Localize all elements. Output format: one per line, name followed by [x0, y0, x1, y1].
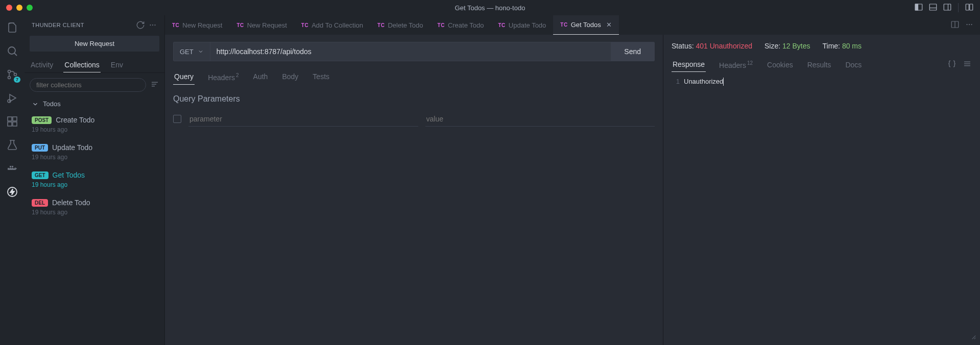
editor-tab[interactable]: TCCreate Todo: [431, 15, 491, 35]
resize-icon[interactable]: [969, 332, 977, 342]
response-body-text[interactable]: Unauthorized: [684, 78, 724, 86]
explorer-icon[interactable]: [5, 20, 19, 35]
tab-collections[interactable]: Collections: [63, 58, 100, 72]
collection-name-label: Todos: [43, 100, 61, 108]
tab-label: Add To Collection: [312, 21, 363, 29]
tc-badge-icon: TC: [438, 22, 445, 28]
close-window-icon[interactable]: [6, 5, 12, 11]
request-title: Create Todo: [56, 116, 94, 124]
panel-left-icon[interactable]: [914, 3, 923, 13]
source-control-badge: 7: [14, 77, 20, 83]
line-number: 1: [672, 78, 684, 86]
source-control-icon[interactable]: 7: [5, 67, 19, 82]
time-value: 80 ms: [842, 42, 862, 50]
tab-cookies[interactable]: Cookies: [766, 58, 794, 72]
tab-label: Get Todos: [571, 21, 601, 29]
close-icon[interactable]: ✕: [606, 21, 612, 29]
editor-tab[interactable]: TCNew Request: [229, 15, 294, 35]
activity-bar: 7: [0, 15, 25, 345]
menu-icon[interactable]: [963, 59, 972, 70]
new-request-button[interactable]: New Request: [30, 36, 159, 52]
split-editor-icon[interactable]: [950, 20, 960, 31]
request-item[interactable]: POSTCreate Todo19 hours ago: [32, 111, 164, 138]
url-input[interactable]: [210, 42, 611, 61]
filter-collections-input[interactable]: [30, 78, 146, 92]
status-label: Status:: [672, 42, 694, 50]
svg-rect-4: [944, 4, 951, 10]
thunder-client-icon[interactable]: [5, 185, 19, 199]
svg-line-9: [14, 53, 17, 56]
braces-icon[interactable]: [947, 59, 957, 70]
debug-icon[interactable]: [5, 91, 19, 105]
svg-point-35: [969, 23, 970, 24]
request-item[interactable]: DELDelete Todo19 hours ago: [32, 193, 164, 221]
request-time: 19 hours ago: [32, 126, 159, 133]
more-tab-icon[interactable]: [965, 20, 974, 31]
size-value: 12 Bytes: [782, 42, 810, 50]
status-value: 401 Unauthorized: [696, 42, 752, 50]
svg-rect-2: [929, 4, 937, 10]
collection-toggle[interactable]: Todos: [25, 97, 164, 111]
editor-tab[interactable]: TCDelete Todo: [370, 15, 431, 35]
sidebar: THUNDER CLIENT New Request Activity Coll…: [25, 15, 165, 345]
svg-rect-22: [10, 166, 11, 167]
param-checkbox[interactable]: [173, 115, 181, 123]
reload-icon[interactable]: [136, 20, 145, 30]
editor-tab[interactable]: TCGet Todos✕: [553, 15, 618, 35]
search-icon[interactable]: [5, 44, 19, 58]
tab-auth[interactable]: Auth: [252, 69, 269, 85]
panel-bottom-icon[interactable]: [928, 3, 938, 13]
request-pane: GET Send Query Headers2 Auth Body Tests …: [165, 35, 663, 345]
request-item[interactable]: PUTUpdate Todo19 hours ago: [32, 138, 164, 166]
method-select[interactable]: GET: [174, 42, 210, 61]
tab-label: Create Todo: [448, 21, 484, 29]
editor-tab[interactable]: TCUpdate Todo: [491, 15, 554, 35]
chevron-down-icon: [32, 101, 39, 108]
method-badge: POST: [32, 116, 52, 124]
svg-line-41: [974, 338, 976, 339]
size-label: Size:: [764, 42, 780, 50]
tab-tests[interactable]: Tests: [312, 69, 330, 85]
editor-tab[interactable]: TCAdd To Collection: [294, 15, 370, 35]
more-icon[interactable]: [148, 20, 157, 30]
panel-right-icon[interactable]: [943, 3, 952, 13]
svg-rect-6: [966, 4, 969, 10]
svg-rect-18: [13, 122, 17, 126]
param-value-input[interactable]: [425, 112, 655, 127]
svg-marker-25: [10, 189, 14, 195]
beaker-icon[interactable]: [5, 138, 19, 152]
window-title: Get Todos — hono-todo: [455, 4, 525, 12]
editor-tab[interactable]: TCNew Request: [165, 15, 229, 35]
tc-badge-icon: TC: [301, 22, 308, 28]
request-title: Get Todos: [53, 171, 85, 179]
response-pane: Status: 401 Unauthorized Size: 12 Bytes …: [663, 35, 980, 345]
extensions-icon[interactable]: [5, 114, 19, 129]
request-time: 19 hours ago: [32, 181, 159, 188]
minimize-window-icon[interactable]: [16, 5, 22, 11]
editor-tabs: TCNew RequestTCNew RequestTCAdd To Colle…: [165, 15, 980, 35]
tab-resp-headers[interactable]: Headers12: [718, 57, 754, 72]
param-name-input[interactable]: [188, 112, 418, 127]
menu-icon[interactable]: [150, 80, 159, 90]
send-button[interactable]: Send: [611, 42, 654, 61]
maximize-window-icon[interactable]: [27, 5, 33, 11]
tab-response[interactable]: Response: [672, 57, 706, 72]
request-time: 19 hours ago: [32, 154, 159, 161]
method-badge: DEL: [32, 199, 48, 207]
svg-rect-7: [970, 4, 973, 10]
tab-headers[interactable]: Headers2: [207, 69, 240, 85]
docker-icon[interactable]: [5, 161, 19, 176]
divider: [958, 3, 959, 12]
tab-query[interactable]: Query: [173, 69, 195, 85]
tab-docs[interactable]: Docs: [844, 58, 863, 72]
svg-point-27: [152, 24, 153, 26]
chevron-down-icon: [198, 48, 204, 55]
method-label: GET: [180, 48, 194, 56]
tab-results[interactable]: Results: [806, 58, 832, 72]
tab-body[interactable]: Body: [281, 69, 299, 85]
tab-env[interactable]: Env: [110, 58, 124, 72]
layout-icon[interactable]: [965, 3, 974, 13]
tab-activity[interactable]: Activity: [30, 58, 54, 72]
svg-point-36: [971, 23, 972, 24]
request-item[interactable]: GETGet Todos19 hours ago: [32, 166, 164, 193]
